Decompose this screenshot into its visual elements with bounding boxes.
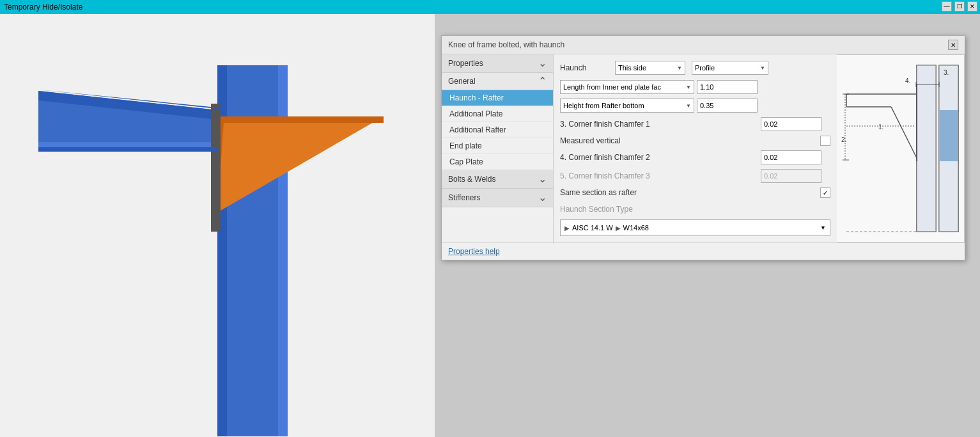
bolts-welds-label: Bolts & Welds — [448, 175, 495, 184]
svg-rect-13 — [211, 104, 221, 232]
section-prefix2: W14x68 — [623, 224, 649, 232]
close-button[interactable]: ✕ — [967, 1, 977, 12]
topbar-title: Temporary Hide/Isolate — [4, 3, 82, 12]
section-type-dropdown[interactable]: ▶ AISC 14.1 W ▶ W14x68 ▼ — [560, 219, 830, 236]
this-side-dropdown[interactable]: This side ▼ — [615, 61, 685, 75]
profile-chevron-icon: ▼ — [760, 65, 765, 71]
section-type-selector: ▶ AISC 14.1 W ▶ W14x68 ▼ — [560, 219, 830, 236]
haunch-section-type-row: Haunch Section Type — [560, 202, 830, 215]
dialog: Knee of frame bolted, with haunch ✕ Prop… — [441, 35, 965, 260]
dialog-title: Knee of frame bolted, with haunch — [448, 40, 564, 49]
sidebar-item-additional-plate[interactable]: Additional Plate — [442, 106, 553, 122]
length-input[interactable] — [697, 80, 758, 94]
haunch-row: Haunch This side ▼ Profile ▼ — [560, 61, 830, 75]
corner3-row: 5. Corner finish Chamfer 3 — [560, 169, 830, 183]
properties-chevron-icon: ⌄ — [538, 58, 547, 68]
this-side-chevron-icon: ▼ — [677, 65, 682, 71]
sidebar-section-general[interactable]: General ⌃ — [442, 73, 553, 90]
measured-vertical-row: Measured vertical — [560, 136, 830, 146]
svg-rect-19 — [917, 65, 936, 232]
diagram: 1. 2. 3. 4. — [837, 54, 965, 242]
corner1-input[interactable] — [761, 117, 821, 131]
sidebar-section-properties[interactable]: Properties ⌄ — [442, 54, 553, 73]
sidebar-section-stiffeners[interactable]: Stiffeners ⌄ — [442, 189, 553, 207]
svg-text:4.: 4. — [905, 77, 910, 84]
sidebar: Properties ⌄ General ⌃ Haunch - Rafter A… — [442, 54, 554, 242]
section-arrow-icon: ▶ — [616, 225, 621, 232]
measured-vertical-checkbox[interactable] — [820, 136, 830, 146]
section-prefix1: AISC 14.1 W — [572, 224, 613, 232]
corner1-row: 3. Corner finish Chamfer 1 — [560, 117, 830, 131]
stiffeners-label: Stiffeners — [448, 193, 480, 202]
height-input[interactable] — [697, 99, 758, 113]
section-chevron-icon: ▼ — [820, 225, 826, 231]
length-dropdown[interactable]: Length from Inner end plate fac ▼ — [560, 80, 694, 94]
measured-vertical-label: Measured vertical — [560, 136, 820, 145]
length-chevron-icon: ▼ — [686, 84, 691, 90]
length-row: Length from Inner end plate fac ▼ — [560, 80, 830, 94]
corner1-label: 3. Corner finish Chamfer 1 — [560, 120, 758, 129]
haunch-label: Haunch — [560, 63, 611, 72]
height-dropdown[interactable]: Height from Rafter bottom ▼ — [560, 99, 694, 113]
footer: Properties help — [442, 242, 965, 260]
general-chevron-icon: ⌃ — [538, 76, 547, 86]
same-section-row: Same section as rafter ✓ — [560, 187, 830, 198]
corner2-label: 4. Corner finish Chamfer 2 — [560, 153, 758, 162]
svg-marker-15 — [38, 147, 217, 152]
restore-button[interactable]: ❐ — [954, 1, 965, 12]
height-row: Height from Rafter bottom ▼ — [560, 99, 830, 113]
properties-help-link[interactable]: Properties help — [448, 247, 500, 256]
bolts-welds-chevron-icon: ⌄ — [538, 174, 547, 184]
dialog-close-button[interactable]: ✕ — [948, 40, 958, 50]
dialog-titlebar: Knee of frame bolted, with haunch ✕ — [442, 36, 965, 54]
height-chevron-icon: ▼ — [686, 103, 691, 109]
profile-dropdown[interactable]: Profile ▼ — [692, 61, 768, 75]
svg-text:2.: 2. — [841, 136, 846, 143]
sidebar-item-cap-plate[interactable]: Cap Plate — [442, 154, 553, 170]
corner2-row: 4. Corner finish Chamfer 2 — [560, 150, 830, 164]
sidebar-item-additional-rafter[interactable]: Additional Rafter — [442, 122, 553, 138]
topbar: Temporary Hide/Isolate — ❐ ✕ — [0, 0, 980, 14]
minimize-button[interactable]: — — [942, 1, 952, 12]
sidebar-general-label: General — [448, 77, 476, 86]
svg-rect-21 — [940, 110, 958, 161]
same-section-checkbox[interactable]: ✓ — [820, 187, 830, 198]
svg-text:3.: 3. — [944, 69, 949, 76]
sidebar-section-properties-label: Properties — [448, 59, 483, 68]
same-section-label: Same section as rafter — [560, 188, 820, 197]
stiffeners-chevron-icon: ⌄ — [538, 193, 547, 203]
section-expand-icon: ▶ — [564, 225, 570, 232]
corner2-input[interactable] — [761, 150, 821, 164]
haunch-section-type-label: Haunch Section Type — [560, 205, 633, 214]
viewport — [0, 14, 435, 437]
dialog-body: Properties ⌄ General ⌃ Haunch - Rafter A… — [442, 54, 965, 242]
sidebar-section-bolts-welds[interactable]: Bolts & Welds ⌄ — [442, 170, 553, 189]
corner3-input[interactable] — [761, 169, 821, 183]
sidebar-item-haunch-rafter[interactable]: Haunch - Rafter — [442, 90, 553, 106]
sidebar-item-end-plate[interactable]: End plate — [442, 138, 553, 154]
window-controls: — ❐ ✕ — [942, 1, 977, 12]
corner3-label: 5. Corner finish Chamfer 3 — [560, 171, 758, 180]
svg-text:1.: 1. — [878, 123, 883, 131]
content-area: Haunch This side ▼ Profile ▼ Length from… — [554, 54, 837, 242]
